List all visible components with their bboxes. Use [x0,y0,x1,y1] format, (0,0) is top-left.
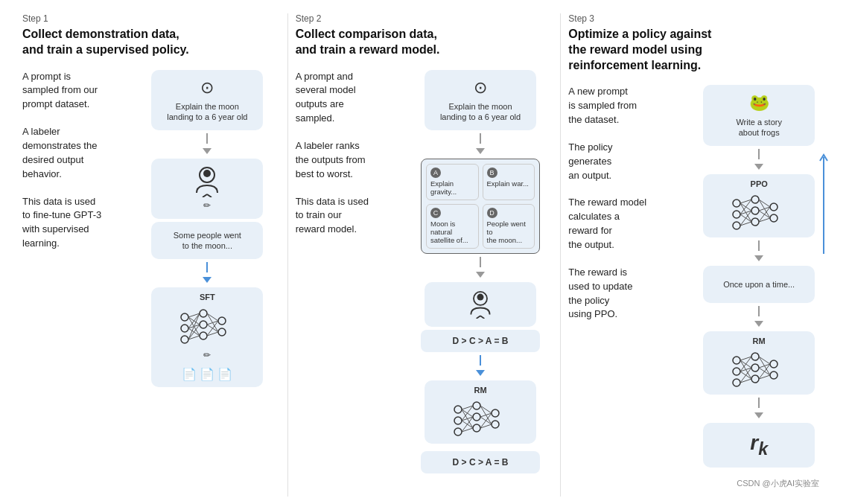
doc1-icon: 📄 [182,367,197,383]
step2-text2: A labeler ranksthe outputs frombest to w… [296,139,400,182]
doc3-icon: 📄 [217,367,232,383]
step2-nn-svg [451,398,510,439]
svg-point-5 [181,325,188,332]
step3-arrow4-head [754,412,763,418]
svg-point-37 [492,409,499,417]
step3-arrow2-head [754,255,763,261]
svg-point-34 [473,402,480,409]
watermark: CSDN @小虎AI实验室 [737,478,819,489]
step3-rm-nn-svg [729,349,789,390]
step2-diagram: ⊙ Explain the moonlanding to a 6 year ol… [407,70,554,497]
cell-letter-b: B [487,168,497,178]
step3-output-text: Once upon a time... [723,279,795,290]
svg-point-9 [200,332,207,339]
step1-sft-card: SFT [151,287,263,387]
step3-reward-value: rk [750,431,768,459]
step1-prompt-text: Explain the moonlanding to a 6 year old [167,101,247,123]
step3-content: A new promptis sampled fromthe dataset. … [568,85,827,497]
step2-title: Collect comparison data,and train a rewa… [296,27,554,58]
svg-point-7 [200,310,207,317]
step1-arrow2-line [206,262,208,272]
step1-arrow1-head [203,148,212,154]
step2-comp-grid: A Explain gravity... B Explain war... C … [421,159,540,254]
svg-line-2 [203,194,207,197]
step1-text1: A prompt issampled from ourprompt datase… [22,70,127,112]
step1-nn-svg [177,306,237,347]
ppo-feedback-indicator [816,153,831,258]
svg-point-8 [200,321,207,328]
svg-point-58 [751,218,759,226]
comp-cell-d: D People went tothe moon... [483,204,535,249]
svg-point-6 [181,336,188,343]
svg-point-36 [473,424,480,432]
step3-label: Step 3 [568,13,827,24]
svg-line-3 [207,194,212,197]
doc2-icon: 📄 [200,367,214,383]
step1-sft-edit-icon: ✏ [203,350,211,362]
step3-ppo-nn-svg [729,192,789,233]
step1-sft-label: SFT [200,292,215,302]
step2-arrow2-head [476,272,485,278]
svg-line-92 [759,357,770,364]
svg-point-57 [751,207,759,214]
step2-arrow3-head [476,370,485,376]
feedback-arrow-svg [816,153,831,258]
step3-text1: A new promptis sampled fromthe dataset. [568,85,684,127]
column-step1: Step 1 Collect demonstration data,and tr… [15,13,288,497]
comp-text-c: Moon is naturalsatellite of... [430,220,474,245]
step1-diagram: ⊙ Explain the moonlanding to a 6 year ol… [134,70,281,497]
step1-docs: 📄 📄 📄 [182,367,232,383]
step3-diagram: 🐸 Write a storyabout frogs PPO [691,85,827,497]
comp-cell-c: C Moon is naturalsatellite of... [426,204,479,249]
svg-point-55 [733,222,740,229]
svg-line-29 [477,316,480,319]
step2-person-svg [467,290,494,319]
step2-ranking: D > C > A = B [421,330,540,352]
svg-point-59 [770,203,778,211]
step2-prompt-icon: ⊙ [474,77,487,99]
step1-content: A prompt issampled from ourprompt datase… [22,70,281,497]
step1-arrow1-line [206,133,208,144]
svg-point-4 [181,313,188,321]
svg-line-21 [207,313,218,321]
svg-point-53 [733,200,740,207]
step1-output-text: Some people wentto the moon... [174,230,241,252]
step2-label: Step 2 [296,13,554,24]
svg-point-60 [770,214,778,222]
svg-line-30 [480,316,484,319]
step3-arrow3-head [754,321,763,327]
step3-text4: The reward isused to updatethe policyusi… [568,266,684,322]
svg-point-79 [751,353,759,360]
step2-text3: This data is usedto train ourreward mode… [296,195,400,237]
cell-letter-c: C [430,208,441,218]
step1-label: Step 1 [22,13,281,24]
step3-ppo-label: PPO [751,179,768,189]
step2-ranking-bottom: D > C > A = B [421,451,540,473]
comp-cell-b: B Explain war... [483,164,535,200]
comp-cell-a: A Explain gravity... [426,164,479,200]
step3-prompt-icon: 🐸 [749,92,769,114]
person-svg [192,166,222,197]
svg-point-82 [770,360,778,368]
step1-texts: A prompt issampled from ourprompt datase… [22,70,127,497]
step2-rm-label: RM [474,385,486,395]
svg-point-54 [733,211,740,218]
svg-point-35 [473,413,480,421]
step3-title: Optimize a policy againstthe reward mode… [568,27,827,73]
step3-rm-label: RM [753,336,766,346]
column-step2: Step 2 Collect comparison data,and train… [288,13,562,497]
step2-person-card [424,282,536,327]
svg-point-32 [454,417,462,424]
svg-point-56 [751,196,759,203]
step1-output-card: Some people wentto the moon... [151,222,263,259]
comp-text-d: People went tothe moon... [487,220,531,245]
svg-point-38 [492,421,499,428]
svg-point-81 [751,375,759,383]
svg-point-1 [203,170,211,177]
svg-line-47 [480,406,492,413]
step2-arrow1-line [480,133,481,144]
svg-point-33 [454,428,462,436]
column-step3: Step 3 Optimize a policy againstthe rewa… [561,13,834,497]
step3-text3: The reward modelcalculates areward forth… [568,196,684,252]
svg-point-78 [733,379,740,386]
